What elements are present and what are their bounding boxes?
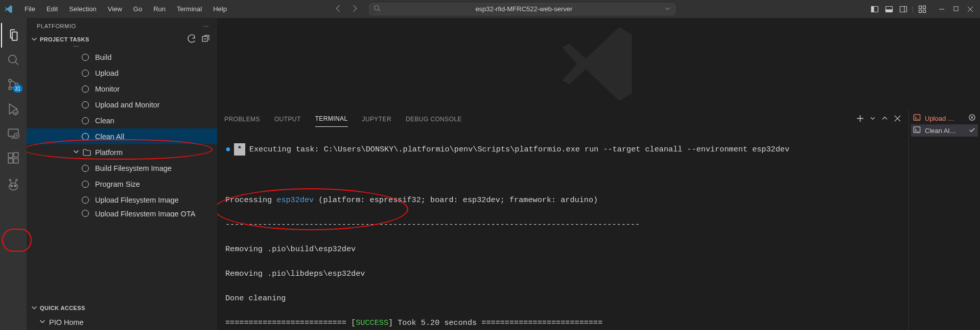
- svg-rect-18: [8, 153, 13, 158]
- refresh-icon[interactable]: [188, 34, 196, 44]
- task-upload-fs[interactable]: Upload Filesystem Image: [27, 192, 217, 208]
- tab-jupyter[interactable]: JUPYTER: [362, 112, 391, 127]
- more-actions-icon[interactable]: ···: [203, 23, 209, 29]
- dash-line: ----------------------------------------…: [225, 218, 900, 231]
- svg-rect-4: [885, 10, 892, 12]
- explorer-icon[interactable]: [1, 23, 26, 48]
- processing-b: (platform: espressif32; board: esp32dev;…: [314, 195, 598, 205]
- terminal-item-upload[interactable]: Upload …: [911, 112, 978, 124]
- terminal-item-cleanall[interactable]: Clean Al…: [911, 124, 978, 137]
- chevron-down-icon: [39, 318, 46, 326]
- search-icon: [374, 5, 381, 13]
- task-build-fs[interactable]: Build Filesystem Image: [27, 160, 217, 176]
- menu-file[interactable]: File: [19, 3, 40, 15]
- tab-terminal[interactable]: TERMINAL: [315, 111, 348, 127]
- eq-left: ========================== [: [225, 318, 356, 327]
- error-close-icon[interactable]: [968, 114, 976, 123]
- task-clean[interactable]: Clean: [27, 113, 217, 128]
- task-upload[interactable]: Upload: [27, 65, 217, 81]
- layout-panel-icon[interactable]: [883, 4, 895, 15]
- terminal-body[interactable]: ●*Executing task: C:\Users\DONSKY\.platf…: [217, 128, 908, 330]
- window-minimize-icon[interactable]: [936, 4, 947, 15]
- command-center-search[interactable]: esp32-rfid-MFRC522-web-server: [369, 3, 675, 15]
- task-program-size[interactable]: Program Size: [27, 176, 217, 192]
- tab-debug-console[interactable]: DEBUG CONSOLE: [406, 112, 462, 127]
- run-debug-icon[interactable]: [1, 97, 26, 121]
- success-text: SUCCESS: [356, 318, 388, 327]
- menu-view[interactable]: View: [103, 3, 127, 15]
- menu-run[interactable]: Run: [148, 3, 171, 15]
- svg-point-24: [14, 185, 16, 187]
- window-maximize-icon[interactable]: [950, 4, 962, 15]
- task-clean-all[interactable]: Clean All: [27, 128, 217, 144]
- task-upload-fs-ota[interactable]: Upload Filesystem Image OTA: [27, 208, 217, 217]
- tree-item-platform[interactable]: Platform: [27, 144, 217, 160]
- separator: |: [912, 5, 914, 13]
- nav-forward-icon[interactable]: [350, 4, 359, 14]
- exec-cmd: C:\Users\DONSKY\.platformio\penv\Scripts…: [324, 145, 795, 154]
- editor-area: PROBLEMS OUTPUT TERMINAL JUPYTER DEBUG C…: [217, 18, 980, 330]
- layout-sidebar-right-icon[interactable]: [898, 4, 909, 15]
- sidebar: PLATFORMIO ··· PROJECT TASKS General Bui…: [27, 18, 217, 330]
- terminal-icon: [913, 114, 921, 123]
- svg-point-13: [9, 87, 11, 90]
- menu-selection[interactable]: Selection: [64, 3, 101, 15]
- terminal-item-label: Clean Al…: [925, 127, 956, 135]
- svg-rect-5: [900, 6, 906, 12]
- svg-rect-6: [919, 6, 922, 8]
- svg-point-25: [9, 179, 11, 181]
- new-terminal-icon[interactable]: [856, 114, 865, 124]
- menu-help[interactable]: Help: [208, 3, 232, 15]
- panel-actions: [856, 114, 901, 124]
- tab-problems[interactable]: PROBLEMS: [224, 112, 260, 127]
- terminal-dropdown-icon[interactable]: [870, 115, 876, 123]
- processing-a: Processing: [225, 195, 276, 205]
- vscode-watermark-icon: [553, 18, 645, 110]
- tab-output[interactable]: OUTPUT: [274, 112, 301, 127]
- activity-bar: 31: [0, 18, 27, 330]
- project-tasks-header[interactable]: PROJECT TASKS: [27, 32, 217, 46]
- task-build[interactable]: Build: [27, 49, 217, 65]
- source-control-icon[interactable]: 31: [1, 72, 26, 97]
- chevron-down-icon: [73, 148, 80, 157]
- svg-rect-20: [14, 159, 18, 163]
- remove-line-2: Removing .pio\libdeps\esp32dev: [225, 268, 900, 280]
- nav-arrows: [334, 4, 359, 14]
- eq-right: ] Took 5.20 seconds ====================…: [388, 318, 602, 327]
- chevron-down-icon: [31, 304, 38, 312]
- maximize-panel-icon[interactable]: [881, 115, 889, 124]
- task-marker-icon: *: [234, 143, 245, 156]
- sidebar-header: PLATFORMIO ···: [27, 18, 217, 32]
- tree-item-pio-home[interactable]: PIO Home: [27, 314, 217, 330]
- chevron-down-icon: [664, 5, 671, 13]
- quick-access-header[interactable]: QUICK ACCESS: [27, 302, 217, 314]
- layout-customize-icon[interactable]: [917, 4, 928, 15]
- terminal-icon: [913, 126, 921, 135]
- layout-sidebar-left-icon[interactable]: [869, 4, 880, 15]
- svg-point-12: [9, 79, 11, 82]
- remote-explorer-icon[interactable]: [1, 121, 26, 146]
- extensions-icon[interactable]: [1, 146, 26, 170]
- task-upload-and-monitor[interactable]: Upload and Monitor: [27, 97, 217, 113]
- svg-point-26: [16, 179, 17, 181]
- window-controls: |: [869, 4, 976, 15]
- close-panel-icon[interactable]: [894, 115, 901, 124]
- svg-rect-19: [8, 159, 13, 163]
- section-title: PROJECT TASKS: [40, 36, 89, 42]
- sidebar-title: PLATFORMIO: [37, 23, 76, 29]
- tasks-list: General Build Upload Monitor Upload and …: [27, 46, 217, 302]
- svg-rect-2: [871, 6, 874, 12]
- window-close-icon[interactable]: [965, 4, 976, 15]
- svg-point-0: [375, 6, 379, 10]
- remove-line-1: Removing .pio\build\esp32dev: [225, 243, 900, 255]
- task-monitor[interactable]: Monitor: [27, 81, 217, 97]
- nav-back-icon[interactable]: [334, 4, 343, 14]
- menu-edit[interactable]: Edit: [41, 3, 63, 15]
- collapse-all-icon[interactable]: [201, 34, 210, 44]
- svg-rect-9: [923, 10, 926, 12]
- menu-terminal[interactable]: Terminal: [172, 3, 207, 15]
- platformio-icon[interactable]: [1, 172, 26, 197]
- welcome-background: [217, 18, 980, 110]
- menu-go[interactable]: Go: [128, 3, 147, 15]
- search-activity-icon[interactable]: [1, 48, 26, 72]
